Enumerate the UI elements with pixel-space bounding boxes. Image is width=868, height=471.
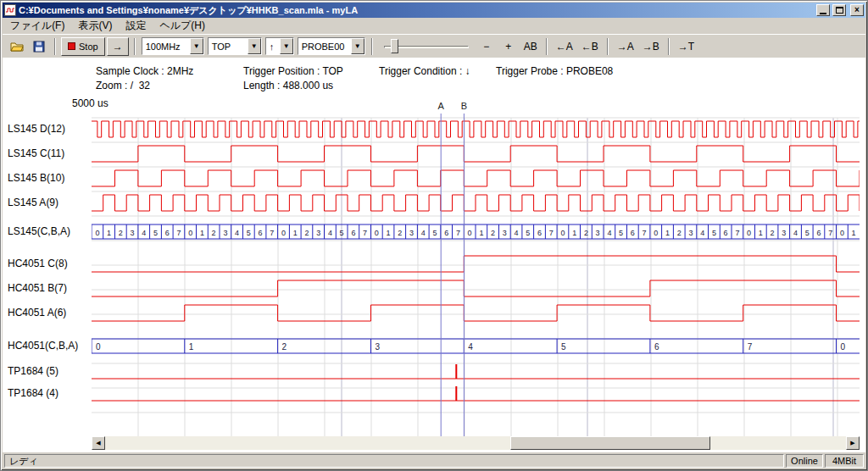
scroll-right-button[interactable]: ▶ bbox=[846, 436, 860, 450]
bus-value: 1 bbox=[200, 229, 204, 237]
bus-value: 0 bbox=[468, 229, 472, 237]
bus-value: 2 bbox=[212, 229, 216, 237]
open-file-button[interactable] bbox=[7, 37, 27, 56]
minimize-icon bbox=[820, 13, 826, 14]
bus-value: 5 bbox=[432, 229, 437, 237]
bus-value: 7 bbox=[363, 229, 367, 237]
bus-value: 5 bbox=[340, 229, 344, 237]
menubar: ファイル(F)表示(V)設定ヘルプ(H) bbox=[3, 18, 865, 34]
bus-value: 5 bbox=[153, 229, 158, 237]
goto-cursor-a-button[interactable]: →A bbox=[614, 37, 637, 56]
maximize-icon bbox=[836, 7, 843, 14]
bus-value: 0 bbox=[654, 229, 658, 237]
sample-clock-info: Sample Clock : 2MHz bbox=[96, 65, 193, 77]
scroll-left-icon: ◀ bbox=[96, 440, 100, 446]
statusbar: レディ Online 4MBit bbox=[3, 452, 865, 468]
toolbar-separator bbox=[54, 38, 56, 55]
trigger-condition-info: Trigger Condition : ↓ bbox=[379, 65, 470, 77]
bus-value: 0 bbox=[188, 229, 192, 237]
dropdown-arrow-icon[interactable]: ▼ bbox=[248, 38, 261, 54]
bus-value: 1 bbox=[759, 229, 763, 237]
bus-value: 6 bbox=[724, 229, 728, 237]
menu-item-1[interactable]: 表示(V) bbox=[71, 17, 119, 35]
bus-value: 1 bbox=[293, 229, 298, 237]
run-button[interactable]: → bbox=[107, 37, 129, 56]
status-online-badge: Online bbox=[786, 454, 823, 468]
bus-value: 7 bbox=[270, 229, 274, 237]
stop-label: Stop bbox=[79, 42, 98, 52]
channel-label-2[interactable]: LS145 B(10) bbox=[8, 172, 64, 184]
ab-range-button[interactable]: AB bbox=[520, 37, 541, 56]
channel-label-0[interactable]: LS145 D(12) bbox=[8, 123, 65, 135]
bus-value: 3 bbox=[688, 229, 693, 237]
scrollbar-track[interactable] bbox=[105, 436, 846, 450]
window-title: C:¥Documents and Settings¥noname¥デスクトップ¥… bbox=[19, 4, 814, 17]
channel-label-10[interactable]: TP1684 (4) bbox=[8, 387, 58, 399]
toolbar: Stop → 100MHz ▼ TOP ▼ ↑ ▼ PROBE00 ▼ − + … bbox=[3, 34, 865, 58]
zoom-slider[interactable] bbox=[382, 38, 470, 55]
bus-value: 2 bbox=[491, 229, 495, 237]
channel-label-1[interactable]: LS145 C(11) bbox=[8, 147, 64, 159]
open-folder-icon bbox=[10, 40, 24, 53]
trigger-position-select[interactable]: TOP ▼ bbox=[208, 37, 262, 55]
scrollbar-thumb[interactable] bbox=[510, 436, 710, 450]
channel-label-5[interactable]: HC4051 C(8) bbox=[8, 258, 68, 269]
bus-value: 0 bbox=[95, 229, 99, 237]
bus-value: 4 bbox=[468, 342, 473, 352]
waveform-display[interactable]: 0123456701234567012345670123456701234567… bbox=[92, 97, 860, 446]
close-button[interactable]: × bbox=[850, 4, 864, 16]
horizontal-scrollbar[interactable]: ◀ ▶ bbox=[92, 436, 860, 450]
save-file-button[interactable] bbox=[29, 37, 49, 56]
goto-trigger-button[interactable]: →T bbox=[675, 37, 698, 56]
bus-value: 2 bbox=[584, 229, 588, 237]
length-info: Length : 488.000 us bbox=[243, 80, 333, 91]
menu-item-3[interactable]: ヘルプ(H) bbox=[153, 17, 212, 35]
wave-grid bbox=[92, 118, 860, 437]
goto-cursor-b-back-button[interactable]: ←B bbox=[578, 37, 602, 56]
scroll-right-icon: ▶ bbox=[850, 440, 854, 446]
bus-value: 5 bbox=[805, 229, 810, 237]
bus-value: 6 bbox=[654, 342, 659, 352]
menu-item-0[interactable]: ファイル(F) bbox=[3, 17, 71, 35]
trigger-edge-value: ↑ bbox=[266, 42, 280, 52]
trigger-probe-select[interactable]: PROBE00 ▼ bbox=[298, 37, 365, 55]
zoom-in-button[interactable]: + bbox=[498, 37, 519, 56]
bus-value: 5 bbox=[619, 229, 623, 237]
sample-clock-select[interactable]: 100MHz ▼ bbox=[142, 37, 204, 55]
bus-value: 1 bbox=[665, 229, 670, 237]
zoom-slider-thumb[interactable] bbox=[391, 39, 398, 53]
bus-value: 6 bbox=[816, 229, 821, 237]
bus-value: 0 bbox=[841, 342, 846, 352]
bus-value: 6 bbox=[165, 229, 170, 237]
bus-value: 3 bbox=[596, 229, 600, 237]
channel-label-7[interactable]: HC4051 A(6) bbox=[8, 307, 66, 319]
channel-label-6[interactable]: HC4051 B(7) bbox=[8, 282, 67, 294]
channel-label-9[interactable]: TP1684 (5) bbox=[8, 365, 58, 377]
goto-cursor-b-button[interactable]: →B bbox=[639, 37, 663, 56]
dropdown-arrow-icon[interactable]: ▼ bbox=[190, 38, 203, 54]
menu-item-2[interactable]: 設定 bbox=[119, 17, 153, 35]
bus-value: 4 bbox=[235, 229, 239, 237]
zoom-out-button[interactable]: − bbox=[476, 37, 497, 56]
minimize-button[interactable] bbox=[816, 4, 830, 16]
stop-button[interactable]: Stop bbox=[61, 37, 105, 56]
bus-value: 4 bbox=[607, 229, 611, 237]
trigger-edge-select[interactable]: ↑ ▼ bbox=[265, 37, 294, 55]
status-ready-text: レディ bbox=[4, 454, 784, 468]
bus-value: 3 bbox=[503, 229, 507, 237]
channel-label-8[interactable]: HC4051(C,B,A) bbox=[8, 340, 78, 352]
bus-value: 2 bbox=[677, 229, 682, 237]
toolbar-separator bbox=[607, 38, 609, 55]
bus-value: 4 bbox=[328, 229, 332, 237]
dropdown-arrow-icon[interactable]: ▼ bbox=[280, 38, 293, 54]
goto-cursor-a-back-button[interactable]: ←A bbox=[553, 37, 576, 56]
maximize-button[interactable] bbox=[832, 4, 846, 16]
bus-value: 7 bbox=[176, 229, 181, 237]
channel-label-4[interactable]: LS145(C,B,A) bbox=[8, 225, 70, 237]
bus-value: 0 bbox=[560, 229, 565, 237]
scroll-left-button[interactable]: ◀ bbox=[92, 436, 105, 450]
bus-value: 0 bbox=[375, 229, 379, 237]
bus-value: 5 bbox=[712, 229, 716, 237]
channel-label-3[interactable]: LS145 A(9) bbox=[8, 197, 58, 208]
dropdown-arrow-icon[interactable]: ▼ bbox=[351, 38, 364, 54]
